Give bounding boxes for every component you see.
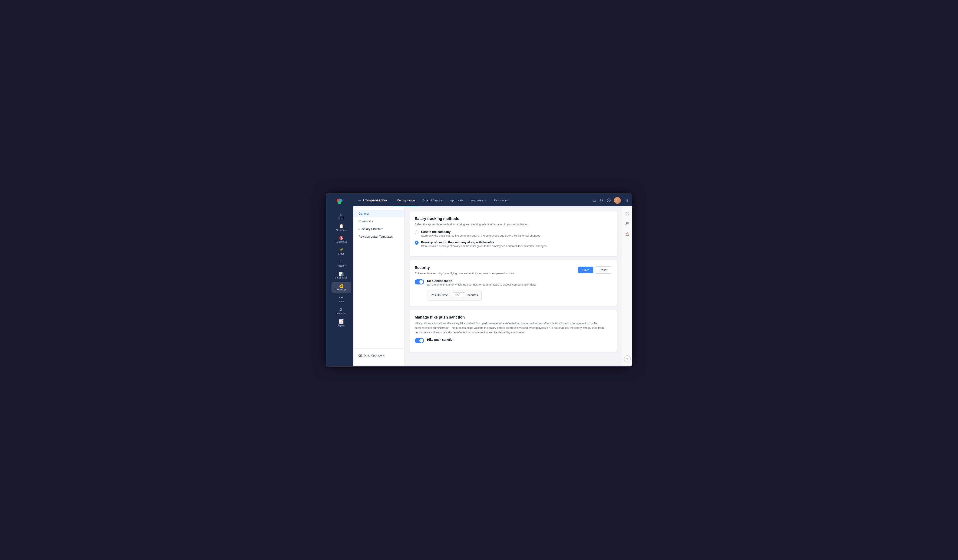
svg-rect-11 xyxy=(627,200,628,201)
sidebar-item-operations[interactable]: ⚙ Operations xyxy=(331,306,351,317)
svg-rect-7 xyxy=(626,199,627,200)
nav-actions: U xyxy=(592,197,628,204)
hike-sanction-title: Manage hike push sanction xyxy=(415,315,612,320)
sidebar: ⌂ Home 📋 Attendance 🎯 Onboarding 🌴 Leave… xyxy=(326,194,354,366)
timesheet-icon: ⏱ xyxy=(339,260,343,264)
config-nav-item-general[interactable]: General xyxy=(354,210,404,217)
sidebar-label-home: Home xyxy=(338,217,344,219)
notification-icon[interactable] xyxy=(600,198,603,202)
go-to-operations-link[interactable]: Go to Operations xyxy=(357,352,401,359)
hike-sanction-section: Manage hike push sanction Hike push sanc… xyxy=(409,310,617,352)
users-icon-btn[interactable] xyxy=(623,220,631,228)
svg-point-5 xyxy=(608,200,609,201)
security-header: Security Enhance data security by verify… xyxy=(415,265,612,275)
reauth-toggle-label: Re-authentication xyxy=(427,279,536,282)
sidebar-label-leave: Leave xyxy=(338,253,344,255)
reauth-time-row: ReAuth Time : minutes xyxy=(427,290,482,301)
reauth-toggle-desc: Set the time limit after which the user … xyxy=(427,283,536,286)
sidebar-item-leave[interactable]: 🌴 Leave xyxy=(331,246,351,257)
top-nav: ← Compensation ConfigurationExtend Servi… xyxy=(354,194,632,206)
reauth-text: Re-authentication Set the time limit aft… xyxy=(427,279,536,286)
sidebar-label-attendance: Attendance xyxy=(336,229,347,232)
svg-rect-6 xyxy=(625,199,625,200)
main-content: Salary tracking methods Select the appro… xyxy=(404,206,622,366)
edit-icon-btn[interactable] xyxy=(623,210,631,217)
sidebar-item-performance[interactable]: 📊 Performance xyxy=(331,270,351,281)
sidebar-item-onboarding[interactable]: 🎯 Onboarding xyxy=(331,234,351,246)
svg-rect-9 xyxy=(625,200,625,201)
sidebar-label-compensation: Compensat... xyxy=(335,289,347,291)
reauth-toggle[interactable] xyxy=(415,279,424,284)
salary-tracking-subtitle: Select the appropriate method for storin… xyxy=(415,223,612,226)
radio-breakup-cost-text: Breakup of cost to the company along wit… xyxy=(421,241,547,247)
nav-tab-configuration[interactable]: Configuration xyxy=(393,194,418,206)
security-title: Security xyxy=(415,265,515,270)
svg-rect-13 xyxy=(626,201,627,202)
sidebar-item-home[interactable]: ⌂ Home xyxy=(331,210,351,222)
nav-tab-automation[interactable]: Automation xyxy=(468,194,490,206)
reports-icon: 📈 xyxy=(339,320,344,324)
config-nav-arrow-salary-structure: ▶ xyxy=(358,228,360,230)
reauth-time-input[interactable] xyxy=(452,292,465,298)
radio-cost-to-company-text: Cost to the company Store only the basic… xyxy=(421,230,540,237)
sidebar-item-compensation[interactable]: 💰 Compensat... xyxy=(331,282,351,293)
svg-point-16 xyxy=(626,222,627,224)
content-area: GeneralCurrencies▶Salary StructureRevisi… xyxy=(354,206,632,366)
sidebar-item-timesheet[interactable]: ⏱ Timesheet xyxy=(331,258,351,269)
hike-push-sanction-label: Hike push sanction xyxy=(427,338,454,341)
svg-rect-14 xyxy=(627,201,628,202)
sidebar-item-reports[interactable]: 📈 Reports xyxy=(331,317,351,329)
config-nav-item-revision-letter-templates[interactable]: Revision Letter Templates xyxy=(354,233,404,240)
config-nav-item-salary-structure[interactable]: ▶Salary Structure xyxy=(354,225,404,233)
nav-tabs: ConfigurationExtend ServiceApprovalsAuto… xyxy=(393,194,592,206)
nav-tab-approvals[interactable]: Approvals xyxy=(447,194,467,206)
svg-point-15 xyxy=(360,355,361,356)
main-area: ← Compensation ConfigurationExtend Servi… xyxy=(354,194,632,366)
svg-rect-12 xyxy=(625,201,625,202)
sidebar-label-timesheet: Timesheet xyxy=(336,265,346,267)
sidebar-label-onboarding: Onboarding xyxy=(336,241,347,243)
help-button[interactable]: ? xyxy=(624,355,631,362)
config-sidebar-bottom: Go to Operations xyxy=(354,348,404,362)
config-sidebar: GeneralCurrencies▶Salary StructureRevisi… xyxy=(354,206,404,366)
app-title: Compensation xyxy=(363,198,387,202)
radio-cost-to-company-label: Cost to the company xyxy=(421,230,540,233)
sidebar-label-more: More xyxy=(339,300,344,303)
save-button[interactable]: Save xyxy=(578,267,593,273)
home-icon: ⌂ xyxy=(340,212,343,216)
app-logo[interactable] xyxy=(335,197,344,206)
sidebar-label-operations: Operations xyxy=(336,313,347,315)
svg-line-4 xyxy=(595,201,595,201)
svg-point-3 xyxy=(593,199,595,201)
sidebar-item-more[interactable]: ••• More xyxy=(331,293,351,305)
sidebar-label-reports: Reports xyxy=(338,324,345,327)
alert-icon-btn[interactable] xyxy=(623,230,631,238)
hike-push-sanction-toggle[interactable] xyxy=(415,338,424,343)
sidebar-label-performance: Performance xyxy=(335,277,347,279)
nav-tab-extend-service[interactable]: Extend Service xyxy=(419,194,446,206)
apps-grid-icon[interactable] xyxy=(624,198,628,202)
radio-breakup-cost[interactable]: Breakup of cost to the company along wit… xyxy=(415,241,612,247)
compensation-icon: 💰 xyxy=(339,284,344,288)
radio-breakup-cost-circle xyxy=(415,241,419,245)
settings-icon[interactable] xyxy=(607,198,611,202)
salary-tracking-title: Salary tracking methods xyxy=(415,217,612,221)
right-action-bar: ? xyxy=(622,206,632,366)
reset-button[interactable]: Reset xyxy=(595,267,612,274)
reauth-time-unit: minutes xyxy=(468,293,478,297)
config-nav-item-currencies[interactable]: Currencies xyxy=(354,217,404,225)
radio-cost-to-company-circle xyxy=(415,230,419,234)
sidebar-item-attendance[interactable]: 📋 Attendance xyxy=(331,222,351,233)
onboarding-icon: 🎯 xyxy=(339,236,344,240)
hike-sanction-body: Hike push sanction allows the salary hik… xyxy=(415,321,612,335)
avatar[interactable]: U xyxy=(614,197,621,204)
nav-tab-permission[interactable]: Permission xyxy=(490,194,512,206)
back-button[interactable]: ← xyxy=(358,198,362,203)
radio-cost-to-company[interactable]: Cost to the company Store only the basic… xyxy=(415,230,612,237)
operations-icon: ⚙ xyxy=(339,308,343,311)
salary-tracking-section: Salary tracking methods Select the appro… xyxy=(409,211,617,256)
svg-rect-8 xyxy=(627,199,628,200)
go-to-operations-label: Go to Operations xyxy=(363,354,385,357)
svg-rect-10 xyxy=(626,200,627,201)
search-icon[interactable] xyxy=(592,198,596,202)
